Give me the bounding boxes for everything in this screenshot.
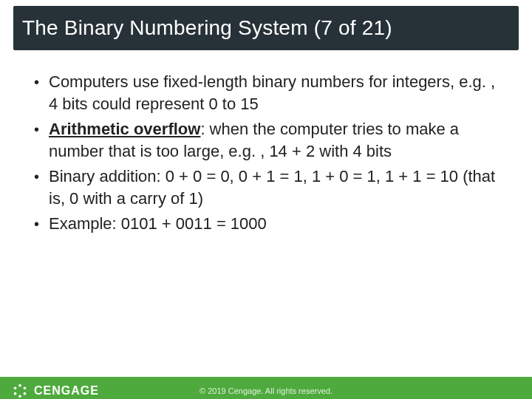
svg-point-5 [14, 387, 17, 390]
cengage-logo-icon [12, 383, 28, 399]
footer-bar: CENGAGE © 2019 Cengage. All rights reser… [0, 377, 532, 399]
list-item: • Computers use fixed-length binary numb… [31, 71, 501, 115]
bullet-dot: • [31, 213, 49, 235]
svg-point-3 [18, 395, 21, 398]
slide-body: • Computers use fixed-length binary numb… [0, 50, 532, 235]
svg-point-1 [24, 387, 27, 390]
bullet-text: Example: 0101 + 0011 = 1000 [49, 213, 267, 235]
svg-point-4 [14, 392, 17, 395]
bullet-list: • Computers use fixed-length binary numb… [31, 71, 501, 235]
bullet-dot: • [31, 118, 49, 140]
copyright-text: © 2019 Cengage. All rights reserved. [200, 386, 332, 395]
list-item: • Example: 0101 + 0011 = 1000 [31, 213, 501, 235]
bullet-dot: • [31, 71, 49, 93]
bullet-text: Arithmetic overflow: when the computer t… [49, 118, 501, 163]
bullet-dot: • [31, 166, 49, 188]
svg-point-2 [24, 392, 27, 395]
list-item: • Arithmetic overflow: when the computer… [31, 118, 501, 163]
svg-point-0 [18, 384, 21, 387]
list-item: • Binary addition: 0 + 0 = 0, 0 + 1 = 1,… [31, 166, 501, 210]
brand: CENGAGE [12, 383, 99, 399]
title-bar: The Binary Numbering System (7 of 21) [13, 6, 519, 50]
slide-title: The Binary Numbering System (7 of 21) [22, 16, 392, 40]
bullet-text: Computers use fixed-length binary number… [49, 71, 501, 115]
brand-name: CENGAGE [34, 384, 99, 398]
bullet-text: Binary addition: 0 + 0 = 0, 0 + 1 = 1, 1… [49, 166, 501, 210]
